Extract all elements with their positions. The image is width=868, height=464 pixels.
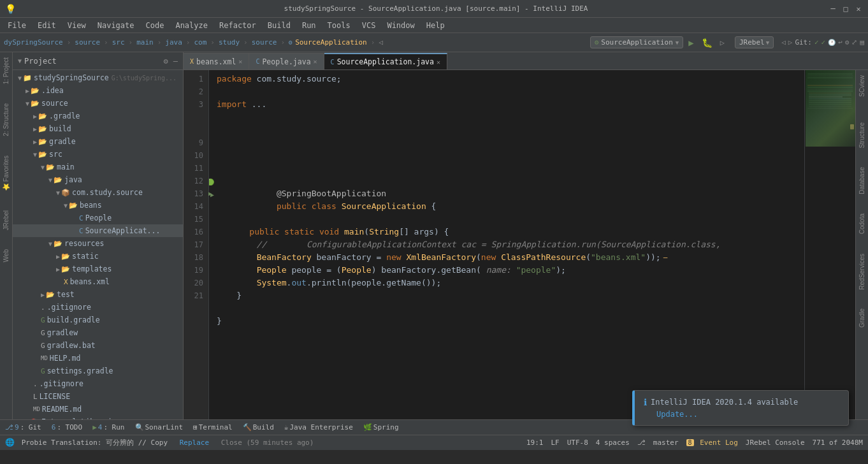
breadcrumb-root[interactable]: dySpringSource — [4, 38, 63, 47]
tree-people[interactable]: C People — [13, 212, 183, 224]
breadcrumb-java[interactable]: java — [165, 38, 182, 47]
code-content[interactable]: package com.study.source; import ... — [209, 70, 804, 419]
run-button[interactable]: ▶ — [686, 36, 696, 49]
tab-people-java[interactable]: C People.java ✕ — [249, 53, 324, 69]
tool-terminal[interactable]: ⊞ Terminal — [191, 422, 235, 433]
menu-build[interactable]: Build — [263, 20, 296, 31]
run-with-coverage[interactable]: ▷ — [718, 37, 727, 48]
indent[interactable]: 4 spaces — [596, 439, 630, 447]
sidebar-web-icon[interactable]: Web — [3, 249, 10, 262]
menu-run[interactable]: Run — [297, 20, 321, 31]
jrebel-console[interactable]: JRebel Console — [746, 439, 805, 447]
right-redservices[interactable]: RedServices — [858, 254, 865, 290]
tree-settings-gradle[interactable]: G settings.gradle — [13, 365, 183, 377]
tab-beans-xml-close[interactable]: ✕ — [238, 58, 242, 65]
tool-todo[interactable]: 6 : TODO — [49, 422, 85, 433]
menu-window[interactable]: Window — [382, 20, 419, 31]
replace-btn[interactable]: Replace — [180, 439, 209, 447]
menu-help[interactable]: Help — [421, 20, 450, 31]
run-config-label[interactable]: SourceApplication — [601, 38, 673, 47]
vcs-history[interactable]: 🕐 — [828, 39, 835, 46]
nav-back[interactable]: ◁ — [781, 38, 786, 47]
tree-gradle-dir[interactable]: ▶ 📂 .gradle — [13, 110, 183, 122]
memory-usage[interactable]: 771 of 2048M — [813, 439, 863, 447]
tree-package[interactable]: ▼ 📦 com.study.source — [13, 186, 183, 199]
tree-build[interactable]: ▶ 📂 build — [13, 122, 183, 135]
fullscreen-icon[interactable]: ⤢ — [851, 38, 857, 47]
menu-file[interactable]: File — [3, 20, 31, 31]
right-scview[interactable]: SCview — [858, 75, 865, 97]
tree-build-gradle[interactable]: G build.gradle — [13, 314, 183, 326]
tree-gradlew-bat[interactable]: G gradlew.bat — [13, 339, 183, 352]
menu-tools[interactable]: Tools — [322, 20, 356, 31]
debug-button[interactable]: 🐛 — [699, 36, 715, 49]
run-config-dropdown[interactable]: ▼ — [676, 40, 679, 46]
minimize-button[interactable]: ─ — [828, 4, 837, 13]
tab-source-app[interactable]: C SourceApplication.java ✕ — [324, 53, 447, 69]
tree-main[interactable]: ▼ 📂 main — [13, 161, 183, 173]
jrebel-dropdown[interactable]: ▼ — [766, 40, 769, 46]
sidebar-jrebel-icon[interactable]: JRebel — [3, 210, 10, 230]
tab-people-java-close[interactable]: ✕ — [314, 58, 317, 65]
close-btn[interactable]: Close (59 minutes ago) — [221, 439, 314, 447]
notification-link[interactable]: Update... — [656, 410, 698, 419]
tree-ext-libs[interactable]: ▶ 📚 External Libraries — [13, 416, 183, 419]
sidebar-structure-icon[interactable]: 2: Structure — [3, 103, 10, 136]
vcs-rollback[interactable]: ↩ — [838, 38, 843, 47]
menu-view[interactable]: View — [62, 20, 91, 31]
encoding[interactable]: UTF-8 — [567, 439, 588, 447]
layout-icon[interactable]: ▤ — [860, 38, 864, 47]
tree-static[interactable]: ▶ 📂 static — [13, 250, 183, 263]
tree-license[interactable]: L LICENSE — [13, 390, 183, 403]
menu-edit[interactable]: Edit — [33, 20, 61, 31]
jrebel-label[interactable]: JRebel — [739, 38, 765, 47]
tool-run[interactable]: ▶ 4 : Run — [90, 422, 127, 433]
maximize-button[interactable]: □ — [841, 4, 850, 13]
right-database[interactable]: Database — [858, 167, 865, 194]
tree-idea[interactable]: ▶ 📂 .idea — [13, 84, 183, 97]
project-collapse[interactable]: – — [173, 57, 178, 66]
tree-beans-xml[interactable]: X beans.xml — [13, 275, 183, 288]
menu-code[interactable]: Code — [141, 20, 170, 31]
tree-java[interactable]: ▼ 📂 java — [13, 173, 183, 186]
menu-navigate[interactable]: Navigate — [92, 20, 140, 31]
breadcrumb-class[interactable]: SourceApplication — [295, 38, 367, 47]
tree-beans-folder[interactable]: ▼ 📂 beans — [13, 199, 183, 212]
tool-spring[interactable]: 🌿 Spring — [361, 422, 401, 433]
tree-gradle[interactable]: ▶ 📂 gradle — [13, 135, 183, 148]
menu-vcs[interactable]: VCS — [357, 20, 381, 31]
menu-analyze[interactable]: Analyze — [170, 20, 213, 31]
tree-gitignore-root[interactable]: . .gitignore — [13, 377, 183, 390]
code-editor[interactable]: 1 2 3 9 10 11 12 13 ▶ 14 15 16 17 18 19 … — [184, 70, 868, 419]
tree-gitignore-source[interactable]: . .gitignore — [13, 301, 183, 314]
vcs-check[interactable]: ✓ — [814, 38, 819, 47]
git-branch[interactable]: master — [653, 439, 679, 447]
tree-root[interactable]: ▼ 📁 studySpringSource G:\studySpring... — [13, 71, 183, 84]
project-settings[interactable]: ⚙ — [164, 57, 168, 66]
tree-readme[interactable]: MD README.md — [13, 403, 183, 416]
breadcrumb-source[interactable]: source — [75, 38, 100, 47]
menu-refactor[interactable]: Refactor — [214, 20, 261, 31]
tree-src[interactable]: ▼ 📂 src — [13, 148, 183, 161]
breadcrumb-com[interactable]: com — [194, 38, 206, 47]
settings-icon[interactable]: ⚙ — [845, 38, 850, 47]
close-button[interactable]: ✕ — [854, 4, 863, 13]
breadcrumb-main[interactable]: main — [136, 38, 154, 47]
event-log[interactable]: 8 Event Log — [686, 439, 738, 447]
line-ending[interactable]: LF — [551, 439, 559, 447]
tab-source-app-close[interactable]: ✕ — [437, 59, 440, 66]
tool-git[interactable]: ⎇ 9 : Git — [3, 422, 44, 433]
right-codota[interactable]: Codota — [858, 214, 865, 234]
tree-source-app[interactable]: C SourceApplicat... — [13, 224, 183, 237]
breadcrumb-study[interactable]: study — [219, 38, 240, 47]
tree-test[interactable]: ▶ 📂 test — [13, 288, 183, 301]
breadcrumb-back[interactable]: ◁ — [379, 38, 383, 47]
sidebar-favorites-icon[interactable]: ⭐ Favorites — [3, 156, 10, 191]
tree-source[interactable]: ▼ 📂 source — [13, 97, 183, 110]
tree-resources[interactable]: ▼ 📂 resources — [13, 237, 183, 250]
tool-java-enterprise[interactable]: ☕ Java Enterprise — [282, 422, 356, 433]
tab-beans-xml[interactable]: X beans.xml ✕ — [184, 53, 249, 69]
cursor-position[interactable]: 19:1 — [526, 439, 544, 447]
right-gradle[interactable]: Gradle — [858, 308, 865, 328]
breadcrumb-source2[interactable]: source — [252, 38, 277, 47]
